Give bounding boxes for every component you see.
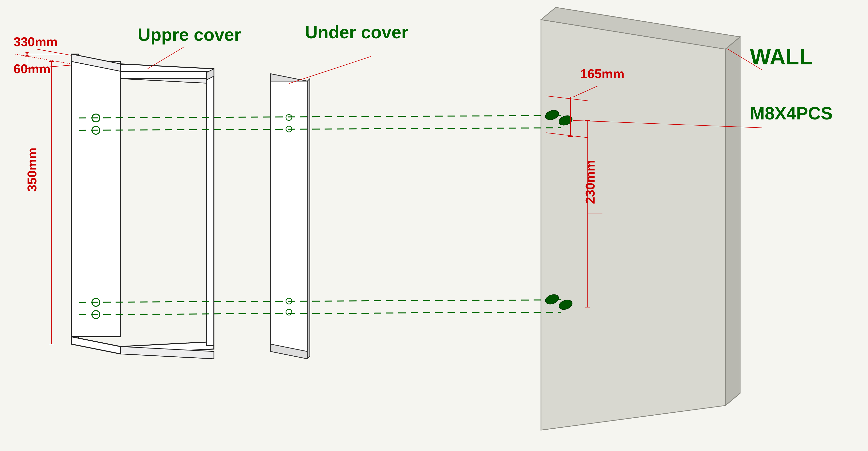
svg-marker-5	[71, 337, 121, 354]
dim-330-label: 330mm	[13, 34, 58, 49]
svg-rect-16	[271, 81, 307, 351]
svg-marker-18	[307, 79, 310, 359]
dim-230-label: 230mm	[583, 160, 597, 204]
svg-line-21	[79, 300, 561, 302]
dim-350-label: 350mm	[25, 148, 39, 192]
svg-line-19	[79, 116, 561, 118]
svg-rect-12	[121, 71, 214, 79]
svg-rect-13	[207, 72, 214, 345]
under-cover-label: Under cover	[305, 22, 408, 42]
svg-line-22	[79, 312, 561, 315]
svg-line-51	[37, 49, 71, 55]
svg-line-20	[79, 128, 561, 130]
svg-line-53	[289, 57, 371, 84]
wall-label: WALL	[750, 44, 813, 70]
upper-cover-label: Uppre cover	[138, 25, 241, 45]
svg-marker-0	[541, 20, 725, 430]
svg-marker-2	[725, 37, 740, 406]
svg-rect-6	[71, 61, 121, 337]
bolt-spec-label: M8X4PCS	[750, 103, 833, 123]
svg-marker-38	[25, 52, 30, 54]
dim-165-label: 165mm	[580, 66, 624, 81]
svg-line-54	[148, 47, 184, 69]
diagram-canvas: Uppre cover Under cover WALL M8X4PCS 330…	[0, 0, 868, 451]
dim-60-label: 60mm	[13, 61, 51, 76]
